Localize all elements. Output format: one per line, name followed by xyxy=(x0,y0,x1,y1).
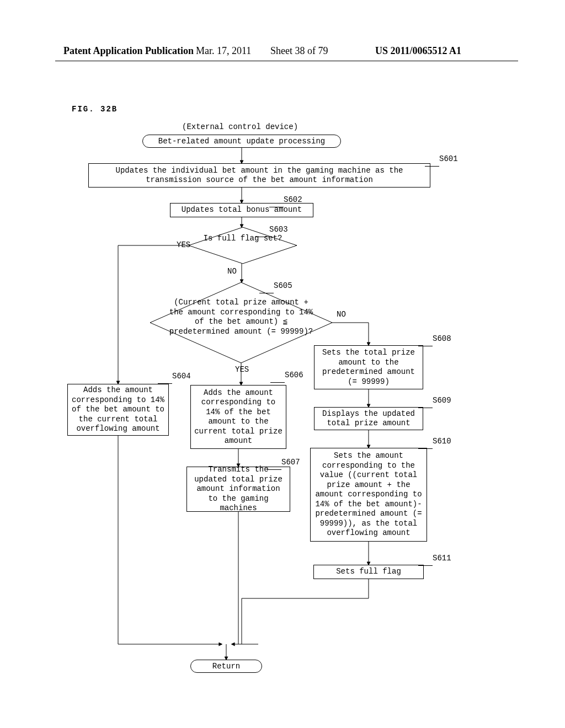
branch-no-S605: NO xyxy=(337,310,346,319)
step-S607: Transmits the updated total prize amount… xyxy=(186,467,290,512)
swoosh-icon xyxy=(418,339,433,346)
step-S611: Sets full flag xyxy=(313,565,424,579)
start-terminator: Bet-related amount update processing xyxy=(142,135,341,148)
step-S602: Updates total bonus amount xyxy=(170,203,313,217)
step-S609: Displays the updated total prize amount xyxy=(314,407,423,430)
swoosh-icon xyxy=(255,229,269,237)
decision-S605 xyxy=(149,281,333,364)
ref-S609: S609 xyxy=(433,396,451,405)
header-rule xyxy=(55,61,518,61)
swoosh-icon xyxy=(418,441,433,449)
step-S604: Adds the amount corresponding to 14% of … xyxy=(67,384,169,436)
branch-yes-S605: YES xyxy=(235,365,249,374)
step-S606: Adds the amount corresponding to 14% of … xyxy=(190,385,286,449)
swoosh-icon xyxy=(158,376,172,384)
ref-S603: S603 xyxy=(269,225,288,234)
device-label: (External control device) xyxy=(182,122,298,131)
swoosh-icon xyxy=(267,462,281,470)
branch-no-S603: NO xyxy=(227,267,237,276)
return-terminator: Return xyxy=(190,660,262,673)
publication-type: Patent Application Publication xyxy=(63,45,194,57)
svg-marker-1 xyxy=(150,282,332,363)
ref-S606: S606 xyxy=(285,371,303,379)
ref-S604: S604 xyxy=(172,372,191,381)
swoosh-icon xyxy=(269,200,284,207)
swoosh-icon xyxy=(425,159,439,167)
swoosh-icon xyxy=(418,400,433,408)
ref-S602: S602 xyxy=(284,195,302,204)
step-S601: Updates the individual bet amount in the… xyxy=(88,163,430,188)
ref-S611: S611 xyxy=(433,554,451,563)
swoosh-icon xyxy=(270,375,285,383)
swoosh-icon xyxy=(418,558,433,566)
ref-S601: S601 xyxy=(439,154,458,163)
ref-S605: S605 xyxy=(274,281,292,290)
publication-date: Mar. 17, 2011 xyxy=(196,45,251,57)
page: Patent Application Publication Mar. 17, … xyxy=(0,0,565,728)
swoosh-icon xyxy=(259,286,274,293)
sheet-indicator: Sheet 38 of 79 xyxy=(270,45,328,57)
ref-S610: S610 xyxy=(433,437,451,446)
figure-label: FIG. 32B xyxy=(72,105,118,114)
ref-S608: S608 xyxy=(433,334,451,343)
publication-number: US 2011/0065512 A1 xyxy=(375,45,461,57)
ref-S607: S607 xyxy=(281,458,300,467)
step-S610: Sets the amount corresponding to the val… xyxy=(310,448,427,542)
branch-yes-S603: YES xyxy=(177,240,190,249)
